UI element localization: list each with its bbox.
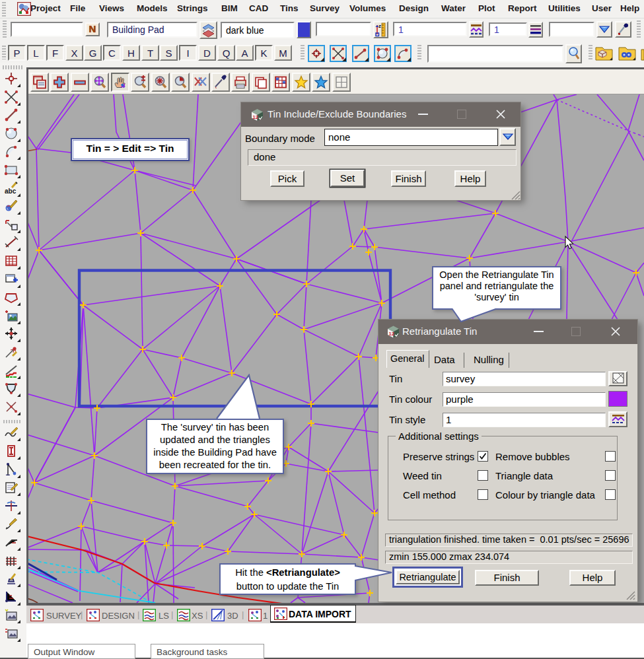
svg-text:z: z xyxy=(378,23,381,29)
svg-text:12: 12 xyxy=(389,331,394,337)
svg-text:12: 12 xyxy=(253,114,258,120)
svg-text:abc: abc xyxy=(5,188,17,195)
